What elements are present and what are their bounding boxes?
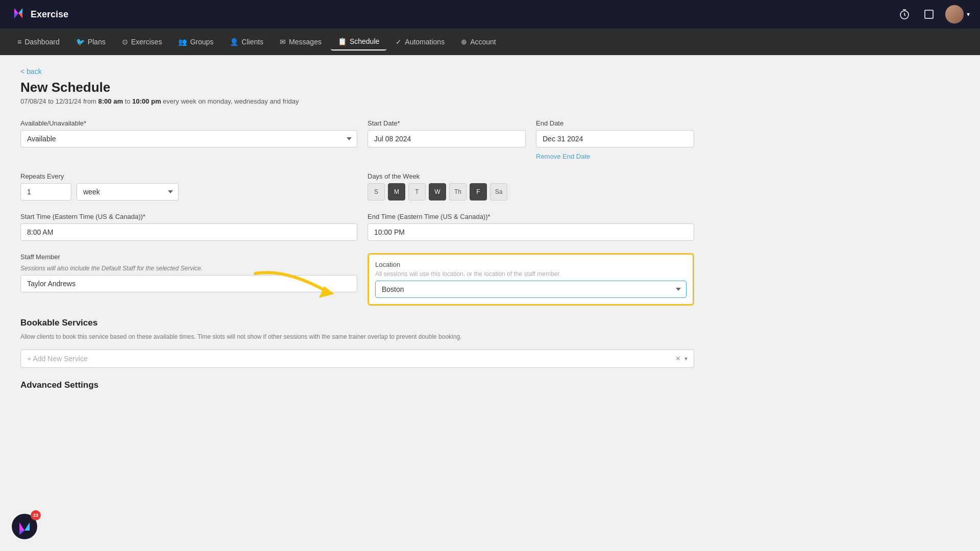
timer-button[interactable] (896, 6, 913, 22)
avatar-image (945, 5, 964, 23)
end-date-group: End Date Remove End Date (536, 119, 694, 160)
days-label: Days of the Week (368, 172, 694, 180)
main-nav: ≡ Dashboard 🐦 Plans ⊙ Exercises 👥 Groups… (0, 29, 980, 55)
day-friday[interactable]: F (470, 183, 487, 201)
days-of-week-group: Days of the Week S M T W Th F Sa (368, 172, 694, 201)
clients-icon: 👤 (230, 38, 238, 46)
end-date-input[interactable] (536, 130, 694, 147)
day-thursday[interactable]: Th (449, 183, 467, 201)
day-wednesday[interactable]: W (429, 183, 446, 201)
svg-marker-0 (14, 8, 18, 13)
topbar-actions: ▾ (896, 5, 970, 23)
page-title: New Schedule (20, 80, 694, 95)
main-content: < back New Schedule 07/08/24 to 12/31/24… (0, 55, 715, 403)
svg-marker-1 (14, 13, 18, 18)
location-note: All sessions will use this location, or … (375, 270, 687, 278)
messages-icon: ✉ (280, 38, 286, 46)
avatar (945, 5, 964, 23)
bookable-services-title: Bookable Services (20, 318, 694, 328)
svg-rect-5 (925, 10, 933, 18)
window-button[interactable] (921, 6, 937, 22)
bookable-services-group: Bookable Services Allow clients to book … (20, 318, 694, 368)
form-row-3: Start Time (Eastern Time (US & Canada))*… (20, 213, 694, 241)
staff-note: Sessions will also include the Default S… (20, 265, 357, 272)
end-time-input[interactable] (368, 223, 694, 241)
day-sunday[interactable]: S (368, 183, 385, 201)
dashboard-icon: ≡ (17, 38, 21, 46)
start-time-input[interactable] (20, 223, 357, 241)
service-controls: × ▾ (676, 354, 688, 363)
form-row-1: Available/Unavailable* Available Unavail… (20, 119, 694, 160)
repeats-group: Repeats Every week day month (20, 172, 357, 201)
start-date-label: Start Date* (368, 119, 526, 127)
user-menu[interactable]: ▾ (945, 5, 970, 23)
schedule-icon: 📋 (338, 37, 347, 45)
start-date-group: Start Date* (368, 119, 526, 147)
staff-label: Staff Member (20, 253, 357, 261)
timer-icon (898, 8, 911, 20)
location-label: Location (375, 261, 687, 268)
repeats-controls: week day month (20, 183, 357, 201)
availability-select[interactable]: Available Unavailable (20, 130, 357, 147)
plans-icon: 🐦 (76, 38, 85, 46)
svg-marker-3 (18, 13, 22, 18)
service-expand-button[interactable]: ▾ (684, 355, 688, 362)
groups-icon: 👥 (178, 38, 187, 46)
availability-group: Available/Unavailable* Available Unavail… (20, 119, 357, 147)
account-icon: ⊕ (461, 38, 467, 46)
nav-groups[interactable]: 👥 Groups (171, 34, 220, 50)
repeats-label: Repeats Every (20, 172, 357, 180)
location-highlighted-container: Location All sessions will use this loca… (368, 253, 694, 306)
form-row-4: Staff Member Sessions will also include … (20, 253, 694, 306)
repeats-number-input[interactable] (20, 183, 71, 201)
day-monday[interactable]: M (388, 183, 405, 201)
svg-marker-2 (18, 8, 22, 13)
availability-label: Available/Unavailable* (20, 119, 357, 127)
nav-plans[interactable]: 🐦 Plans (69, 34, 113, 50)
add-service-row: + Add New Service × ▾ (20, 349, 694, 368)
location-select[interactable]: Boston New York Los Angeles (375, 281, 687, 298)
back-link[interactable]: < back (20, 67, 42, 76)
service-clear-button[interactable]: × (676, 354, 680, 363)
end-time-label: End Time (Eastern Time (US & Canada))* (368, 213, 694, 220)
topbar: Exercise ▾ (0, 0, 980, 29)
end-date-label: End Date (536, 119, 694, 127)
app-logo: Exercise (10, 6, 68, 22)
nav-messages[interactable]: ✉ Messages (273, 34, 329, 50)
add-service-placeholder: + Add New Service (27, 355, 672, 363)
nav-dashboard[interactable]: ≡ Dashboard (10, 34, 67, 50)
user-dropdown-arrow: ▾ (967, 11, 970, 18)
nav-exercises[interactable]: ⊙ Exercises (115, 34, 169, 50)
automations-icon: ✓ (396, 38, 402, 46)
end-time-group: End Time (Eastern Time (US & Canada))* (368, 213, 694, 241)
nav-account[interactable]: ⊕ Account (454, 34, 503, 50)
start-date-input[interactable] (368, 130, 526, 147)
staff-input[interactable] (20, 275, 357, 292)
schedule-summary: 07/08/24 to 12/31/24 from 8:00 am to 10:… (20, 97, 694, 105)
staff-group: Staff Member Sessions will also include … (20, 253, 357, 306)
start-time-label: Start Time (Eastern Time (US & Canada))* (20, 213, 357, 220)
nav-clients[interactable]: 👤 Clients (223, 34, 271, 50)
day-saturday[interactable]: Sa (490, 183, 507, 201)
location-wrapper: Location All sessions will use this loca… (368, 253, 694, 306)
form-row-2: Repeats Every week day month Days of the… (20, 172, 694, 201)
exercises-icon: ⊙ (122, 38, 128, 46)
advanced-settings-title: Advanced Settings (20, 380, 694, 390)
days-buttons: S M T W Th F Sa (368, 183, 694, 201)
nav-schedule[interactable]: 📋 Schedule (331, 33, 386, 51)
window-icon (924, 9, 934, 19)
start-time-group: Start Time (Eastern Time (US & Canada))* (20, 213, 357, 241)
remove-end-date-link[interactable]: Remove End Date (536, 153, 694, 160)
repeats-unit-select[interactable]: week day month (77, 183, 179, 201)
logo-icon (10, 6, 27, 22)
bookable-services-note: Allow clients to book this service based… (20, 333, 694, 340)
nav-automations[interactable]: ✓ Automations (388, 34, 452, 50)
day-tuesday[interactable]: T (408, 183, 426, 201)
app-name: Exercise (31, 9, 68, 20)
